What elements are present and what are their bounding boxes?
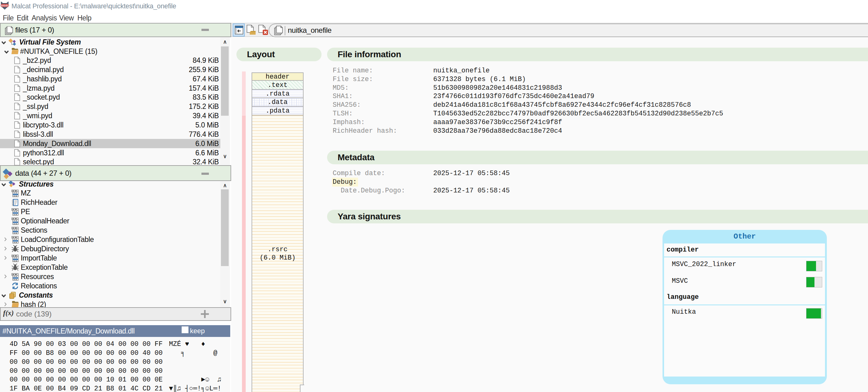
svg-text:10101: 10101 [1,4,9,7]
